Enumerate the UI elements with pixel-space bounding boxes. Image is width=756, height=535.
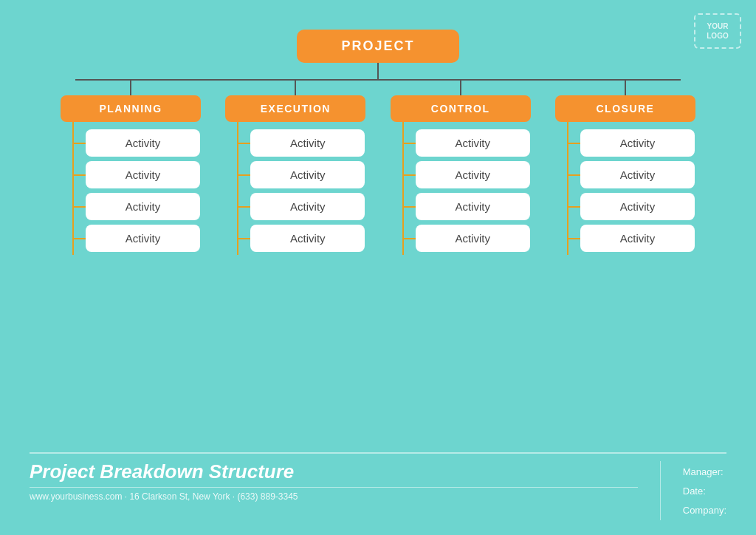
activity-tick-planning-1: [74, 174, 86, 176]
side-line-closure: [567, 122, 568, 255]
activities-list-planning: ActivityActivityActivityActivity: [74, 122, 201, 255]
side-connector-closure: [555, 122, 568, 255]
activity-tick-execution-1: [238, 174, 250, 176]
activity-tick-control-1: [404, 174, 416, 176]
footer: Project Breakdown Structure www.yourbusi…: [30, 452, 726, 520]
table-row: Activity: [74, 161, 201, 188]
column-control: CONTROLActivityActivityActivityActivity: [391, 81, 531, 255]
activity-tick-planning-3: [74, 238, 86, 239]
table-row: Activity: [404, 225, 531, 252]
activity-tick-control-2: [404, 206, 416, 208]
activities-wrapper-execution: ActivityActivityActivityActivity: [225, 122, 365, 255]
phase-header-execution: EXECUTION: [225, 95, 365, 122]
activities-wrapper-closure: ActivityActivityActivityActivity: [555, 122, 695, 255]
table-row: Activity: [568, 161, 695, 188]
list-item: Activity: [250, 225, 365, 252]
column-top-connector-control: [460, 81, 461, 95]
footer-separator: [660, 461, 661, 520]
activity-tick-closure-0: [568, 143, 580, 144]
activity-tick-control-0: [404, 143, 416, 144]
column-execution: EXECUTIONActivityActivityActivityActivit…: [225, 81, 365, 255]
activity-tick-closure-2: [568, 206, 580, 208]
list-item: Activity: [86, 129, 200, 157]
activity-tick-control-3: [404, 238, 416, 239]
activity-tick-execution-0: [238, 143, 250, 144]
activities-list-closure: ActivityActivityActivityActivity: [568, 122, 695, 255]
activities-list-control: ActivityActivityActivityActivity: [404, 122, 531, 255]
list-item: Activity: [86, 193, 200, 220]
side-connector-planning: [61, 122, 74, 255]
table-row: Activity: [74, 225, 201, 252]
company-label: Company:: [683, 501, 726, 520]
date-label: Date:: [683, 482, 726, 501]
activities-wrapper-planning: ActivityActivityActivityActivity: [61, 122, 201, 255]
phase-header-closure: CLOSURE: [555, 95, 695, 122]
activity-tick-planning-0: [74, 143, 86, 144]
activity-tick-closure-3: [568, 238, 580, 239]
list-item: Activity: [416, 225, 530, 252]
logo-line1: YOUR: [707, 21, 729, 31]
column-planning: PLANNINGActivityActivityActivityActivity: [61, 81, 201, 255]
activity-tick-planning-2: [74, 206, 86, 208]
activity-tick-execution-3: [238, 238, 250, 239]
column-closure: CLOSUREActivityActivityActivityActivity: [555, 81, 695, 255]
table-row: Activity: [74, 193, 201, 220]
column-top-connector-execution: [295, 81, 296, 95]
list-item: Activity: [580, 193, 695, 220]
phase-header-planning: PLANNING: [61, 95, 201, 122]
logo-line2: LOGO: [707, 31, 728, 41]
list-item: Activity: [580, 225, 695, 252]
footer-contact: www.yourbusiness.com · 16 Clarkson St, N…: [30, 491, 638, 502]
list-item: Activity: [250, 129, 365, 157]
side-line-control: [402, 122, 404, 255]
column-top-connector-planning: [130, 81, 131, 95]
main-card: YOUR LOGO PROJECT PLANNINGActivityActivi…: [0, 0, 756, 535]
side-line-execution: [237, 122, 238, 255]
table-row: Activity: [238, 129, 365, 157]
chart-area: PROJECT PLANNINGActivityActivityActivity…: [30, 22, 726, 445]
list-item: Activity: [416, 193, 530, 220]
column-top-connector-closure: [625, 81, 626, 95]
table-row: Activity: [568, 225, 695, 252]
root-node: PROJECT: [297, 30, 458, 63]
root-connector: [377, 63, 379, 79]
list-item: Activity: [580, 129, 695, 157]
list-item: Activity: [416, 129, 530, 157]
phase-header-control: CONTROL: [391, 95, 531, 122]
table-row: Activity: [568, 129, 695, 157]
table-row: Activity: [238, 193, 365, 220]
activities-list-execution: ActivityActivityActivityActivity: [238, 122, 365, 255]
table-row: Activity: [74, 129, 201, 157]
table-row: Activity: [404, 193, 531, 220]
root-label: PROJECT: [341, 38, 414, 53]
footer-left: Project Breakdown Structure www.yourbusi…: [30, 461, 638, 502]
side-connector-control: [391, 122, 404, 255]
manager-label: Manager:: [683, 463, 726, 482]
list-item: Activity: [250, 161, 365, 188]
list-item: Activity: [250, 193, 365, 220]
side-connector-execution: [225, 122, 238, 255]
list-item: Activity: [86, 161, 200, 188]
activity-tick-closure-1: [568, 174, 580, 176]
side-line-planning: [72, 122, 74, 255]
columns-area: PLANNINGActivityActivityActivityActivity…: [61, 81, 695, 255]
footer-title: Project Breakdown Structure: [30, 461, 638, 483]
table-row: Activity: [404, 129, 531, 157]
activities-wrapper-control: ActivityActivityActivityActivity: [391, 122, 531, 255]
list-item: Activity: [86, 225, 200, 252]
table-row: Activity: [404, 161, 531, 188]
footer-right: Manager: Date: Company:: [683, 461, 726, 520]
table-row: Activity: [238, 161, 365, 188]
list-item: Activity: [580, 161, 695, 188]
table-row: Activity: [568, 193, 695, 220]
footer-divider: [30, 487, 638, 488]
activity-tick-execution-2: [238, 206, 250, 208]
logo-placeholder: YOUR LOGO: [694, 13, 741, 49]
table-row: Activity: [238, 225, 365, 252]
list-item: Activity: [416, 161, 530, 188]
